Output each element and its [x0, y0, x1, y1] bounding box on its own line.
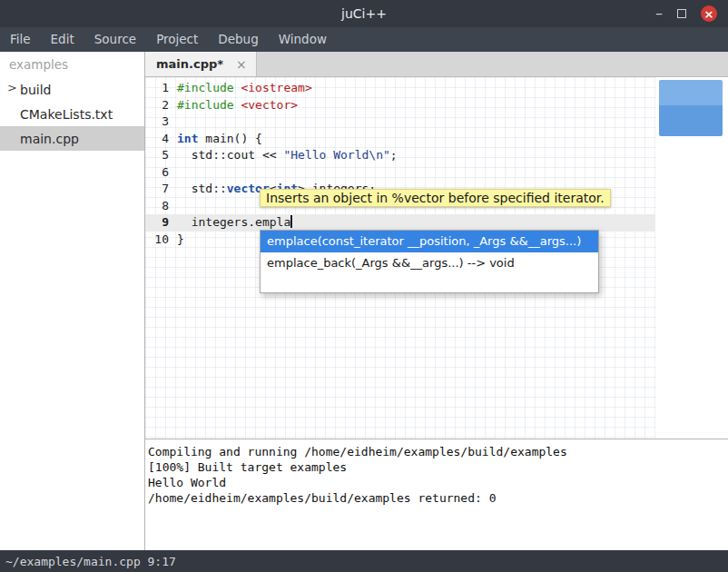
code-text: }	[177, 232, 184, 249]
code-line-3[interactable]: 3	[145, 113, 655, 131]
code-line-6[interactable]: 6	[145, 164, 655, 182]
terminal-line: Hello World	[148, 475, 725, 490]
line-number: 6	[145, 164, 169, 182]
completion-item-0[interactable]: emplace(const_iterator __position, _Args…	[261, 231, 598, 252]
code-lines: 1#include <iostream>2#include <vector>34…	[145, 77, 655, 248]
menu-item-file[interactable]: File	[0, 27, 41, 52]
code-line-4[interactable]: 4int main() {	[145, 131, 655, 148]
titlebar: juCi++ – ×	[0, 0, 728, 27]
sidebar-item-cmakelists-txt[interactable]: CMakeLists.txt	[0, 102, 144, 126]
code-text: #include <iostream>	[177, 80, 312, 97]
sidebar-item-main-cpp[interactable]: main.cpp	[0, 126, 144, 151]
code-text: integers.empla	[177, 214, 292, 232]
text-caret	[290, 215, 292, 228]
terminal-line: [100%] Built target examples	[148, 459, 725, 475]
file-tree: >buildCMakeLists.txtmain.cpp	[0, 77, 144, 151]
status-text: ~/examples/main.cpp 9:17	[5, 555, 176, 568]
file-label: main.cpp	[20, 132, 79, 146]
content-area: main.cpp* × 1#include <iostream>2#includ…	[145, 52, 728, 550]
sidebar-item-build[interactable]: >build	[0, 77, 144, 102]
tab-main-cpp[interactable]: main.cpp* ×	[145, 52, 257, 76]
sidebar-header: examples	[0, 52, 144, 77]
line-number: 10	[145, 232, 169, 249]
status-bar: ~/examples/main.cpp 9:17	[0, 550, 728, 572]
line-number: 8	[145, 198, 169, 215]
file-browser-sidebar: examples >buildCMakeLists.txtmain.cpp	[0, 52, 145, 550]
line-number: 1	[145, 80, 169, 97]
expander-icon[interactable]: >	[7, 81, 17, 94]
editor-pane[interactable]: 1#include <iostream>2#include <vector>34…	[145, 77, 728, 439]
menu-item-window[interactable]: Window	[269, 27, 337, 52]
menu-item-edit[interactable]: Edit	[41, 27, 84, 52]
tab-label: main.cpp*	[156, 57, 223, 71]
menu-item-project[interactable]: Project	[146, 27, 208, 52]
code-text: std::cout << "Hello World\n";	[177, 147, 398, 164]
doc-tooltip: Inserts an object in %vector before spec…	[260, 189, 611, 207]
file-label: CMakeLists.txt	[20, 107, 113, 122]
terminal-line: Compiling and running /home/eidheim/exam…	[148, 444, 725, 459]
minimize-icon[interactable]: –	[655, 6, 663, 21]
line-number: 3	[145, 113, 169, 131]
menu-item-source[interactable]: Source	[84, 27, 146, 52]
line-number: 9	[145, 214, 169, 232]
line-number: 7	[145, 181, 169, 198]
code-text: #include <vector>	[177, 97, 298, 114]
tab-strip: main.cpp* ×	[145, 52, 728, 77]
window-controls: – ×	[655, 5, 728, 22]
terminal-line: /home/eidheim/examples/build/examples re…	[148, 490, 725, 506]
main-area: examples >buildCMakeLists.txtmain.cpp ma…	[0, 52, 728, 550]
line-number: 4	[145, 131, 169, 148]
menubar: FileEditSourceProjectDebugWindow	[0, 27, 728, 52]
app-window: juCi++ – × FileEditSourceProjectDebugWin…	[0, 0, 728, 572]
tab-close-icon[interactable]: ×	[236, 57, 247, 72]
code-line-5[interactable]: 5 std::cout << "Hello World\n";	[145, 147, 655, 164]
completion-item-1[interactable]: emplace_back(_Args &&__args...) --> void	[261, 252, 598, 274]
code-line-2[interactable]: 2#include <vector>	[145, 97, 655, 114]
file-label: build	[20, 83, 51, 97]
code-line-9[interactable]: 9 integers.empla	[145, 214, 655, 232]
window-title: juCi++	[0, 6, 728, 21]
menu-item-debug[interactable]: Debug	[208, 27, 268, 52]
code-text: int main() {	[177, 131, 262, 148]
completion-popup: emplace(const_iterator __position, _Args…	[260, 230, 599, 293]
code-line-1[interactable]: 1#include <iostream>	[145, 80, 655, 97]
close-icon[interactable]: ×	[701, 5, 717, 22]
terminal-panel[interactable]: Compiling and running /home/eidheim/exam…	[145, 439, 728, 550]
scrollbar-thumb[interactable]	[659, 80, 723, 136]
line-number: 2	[145, 97, 169, 114]
maximize-icon[interactable]	[677, 9, 686, 18]
line-number: 5	[145, 147, 169, 164]
